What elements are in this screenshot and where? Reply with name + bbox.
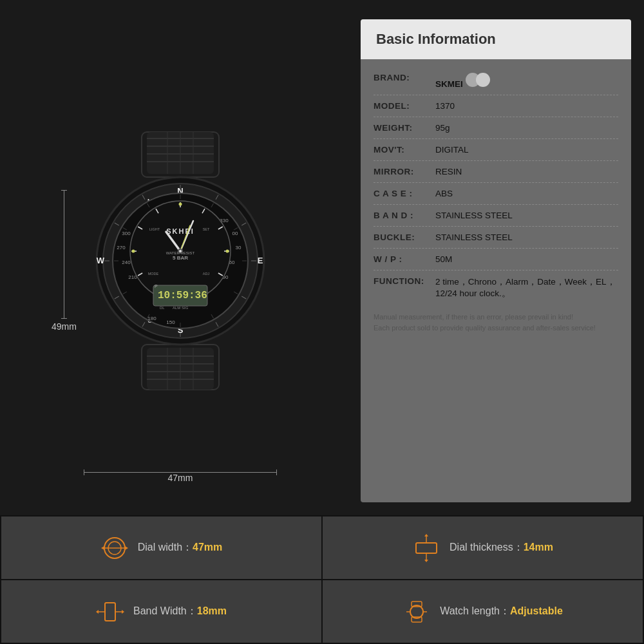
info-row-weight: WEIGHT: 95g xyxy=(374,117,618,139)
watch-illustration: N S E W NE NW SE SW 330 00 30 60 90 xyxy=(77,126,283,396)
svg-text:LIGHT: LIGHT xyxy=(149,227,160,231)
metric-dial-width: Dial width：47mm xyxy=(1,516,321,579)
brand-value: SKMEI xyxy=(435,73,618,89)
band-width-text: Band Width：18mm xyxy=(133,605,227,618)
svg-rect-109 xyxy=(416,543,437,553)
svg-text:ADJ: ADJ xyxy=(203,272,210,276)
svg-text:MODE: MODE xyxy=(148,272,159,276)
model-label: MODEL: xyxy=(374,101,431,111)
svg-text:SET: SET xyxy=(203,227,210,231)
svg-point-86 xyxy=(132,250,135,253)
info-title: Basic Information xyxy=(376,31,616,48)
svg-marker-117 xyxy=(96,610,99,614)
svg-text:180: 180 xyxy=(147,316,156,321)
svg-marker-108 xyxy=(125,546,128,550)
wp-value: 50M xyxy=(435,254,618,264)
metric-watch-length: Watch length：Adjustable xyxy=(323,580,643,643)
svg-text:W: W xyxy=(97,256,105,265)
watch-area: 49mm xyxy=(13,19,348,502)
info-row-model: MODEL: 1370 xyxy=(374,95,618,117)
watch-container: N S E W NE NW SE SW 330 00 30 60 90 xyxy=(64,106,296,415)
info-note: Manual measurement, if there is an error… xyxy=(374,305,618,337)
svg-text:00: 00 xyxy=(232,231,238,236)
buckle-value: STAINLESS STEEL xyxy=(435,232,618,242)
svg-marker-118 xyxy=(122,610,124,614)
dial-width-icon xyxy=(100,534,129,562)
dial-thickness-icon xyxy=(412,534,440,562)
info-row-function: FUNCTION: 2 time，Chrono，Alarm，Date，Week，… xyxy=(374,270,618,305)
metrics-grid: Dial width：47mm Dial thickness：14mm xyxy=(0,515,644,644)
svg-text:ALM SIG: ALM SIG xyxy=(173,306,189,310)
function-value: 2 time，Chrono，Alarm，Date，Week，EL，12/24 h… xyxy=(435,276,618,299)
svg-text:240: 240 xyxy=(122,260,131,265)
svg-text:270: 270 xyxy=(117,245,126,251)
brand-label: BRAND: xyxy=(374,73,431,82)
info-row-band: B A N D : STAINLESS STEEL xyxy=(374,205,618,227)
svg-text:300: 300 xyxy=(122,231,131,236)
watch-length-icon xyxy=(402,598,431,626)
width-label: 47mm xyxy=(168,473,193,483)
info-panel: Basic Information BRAND: SKMEI xyxy=(361,19,631,502)
case-value: ABS xyxy=(435,189,618,198)
weight-label: WEIGHT: xyxy=(374,123,431,133)
svg-point-83 xyxy=(179,203,182,206)
info-row-buckle: BUCKLE: STAINLESS STEEL xyxy=(374,227,618,249)
mirror-value: RESIN xyxy=(435,167,618,176)
info-row-mirror: MIRROR: RESIN xyxy=(374,161,618,183)
movement-label: MOV'T: xyxy=(374,145,431,155)
info-row-brand: BRAND: SKMEI xyxy=(374,67,618,95)
svg-marker-113 xyxy=(424,560,428,562)
wp-label: W / P : xyxy=(374,254,431,264)
info-row-case: C A S E : ABS xyxy=(374,183,618,205)
info-body: BRAND: SKMEI MODEL: 1370 xyxy=(361,59,631,502)
svg-rect-114 xyxy=(105,603,115,621)
metric-band-width: Band Width：18mm xyxy=(1,580,321,643)
weight-value: 95g xyxy=(435,123,618,133)
svg-text:DL: DL xyxy=(160,306,165,310)
page-layout: 49mm xyxy=(0,0,644,644)
svg-text:5 BAR: 5 BAR xyxy=(173,255,188,261)
metric-dial-thickness: Dial thickness：14mm xyxy=(323,516,643,579)
info-title-bar: Basic Information xyxy=(361,19,631,59)
brand-logo-circles xyxy=(466,73,490,87)
band-width-icon xyxy=(96,598,124,626)
watch-length-text: Watch length：Adjustable xyxy=(440,605,563,618)
band-label: B A N D : xyxy=(374,211,431,220)
mirror-label: MIRROR: xyxy=(374,167,431,176)
dial-thickness-text: Dial thickness：14mm xyxy=(450,541,553,554)
svg-marker-112 xyxy=(424,534,428,536)
info-row-movement: MOV'T: DIGITAL xyxy=(374,139,618,161)
svg-text:10:59:36: 10:59:36 xyxy=(158,290,207,301)
width-dimension: 47mm xyxy=(84,472,277,483)
svg-text:150: 150 xyxy=(166,319,175,325)
svg-marker-107 xyxy=(101,546,104,550)
svg-text:E: E xyxy=(258,256,263,265)
dial-width-text: Dial width：47mm xyxy=(138,541,223,554)
svg-point-119 xyxy=(410,605,423,618)
function-label: FUNCTION: xyxy=(374,276,431,286)
case-label: C A S E : xyxy=(374,189,431,198)
top-section: 49mm xyxy=(0,0,644,515)
buckle-label: BUCKLE: xyxy=(374,232,431,242)
info-row-wp: W / P : 50M xyxy=(374,249,618,270)
svg-point-98 xyxy=(179,250,182,252)
band-value: STAINLESS STEEL xyxy=(435,211,618,220)
svg-point-84 xyxy=(226,250,229,253)
movement-value: DIGITAL xyxy=(435,145,618,155)
svg-text:P: P xyxy=(155,284,158,289)
model-value: 1370 xyxy=(435,101,618,111)
svg-text:30: 30 xyxy=(236,245,242,251)
